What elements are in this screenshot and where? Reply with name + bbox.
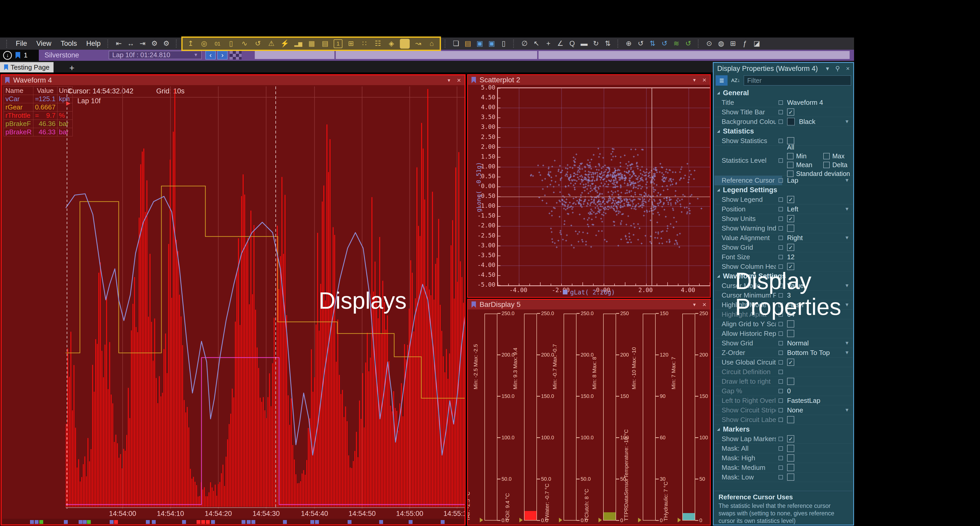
cursor-fit-icon[interactable]: ↔ (126, 39, 135, 49)
warning-display-icon[interactable]: ⚠ (266, 39, 276, 49)
legend-row-vCar[interactable]: vCar=125.1kph (4, 95, 73, 103)
dropdown-value[interactable]: None (787, 406, 803, 414)
lap-marker[interactable] (441, 520, 445, 524)
lap-marker[interactable] (409, 520, 412, 524)
lap-marker[interactable] (114, 520, 118, 524)
bar-display-panel-header[interactable]: BarDisplay 5 ▾ × (468, 300, 710, 309)
save-all-icon[interactable]: ▣ (487, 39, 496, 49)
property-state-box[interactable] (778, 332, 783, 336)
bar-track[interactable] (563, 314, 576, 521)
property-state-box[interactable] (778, 139, 783, 143)
thermometer-icon[interactable]: ↥ (186, 39, 196, 49)
sort-alpha-button[interactable]: AZ↓ (730, 75, 741, 86)
property-state-box[interactable] (778, 178, 783, 183)
lap-marker[interactable] (83, 520, 87, 524)
lap-marker[interactable] (206, 520, 210, 524)
lap-marker[interactable] (79, 520, 83, 524)
lap-marker[interactable] (310, 520, 314, 524)
replay-icon[interactable]: ▶ (400, 39, 410, 49)
legend-row-pBrakeF[interactable]: pBrakeF46.36bar (4, 120, 73, 128)
property-state-box[interactable] (778, 446, 783, 451)
panel-menu-icon[interactable]: ▾ (693, 301, 696, 308)
legend-row-pBrakeR[interactable]: pBrakeR46.33bar (4, 128, 73, 136)
legend-row-rGear[interactable]: rGear0.6667 (4, 103, 73, 112)
database-icon[interactable]: ◍ (716, 39, 726, 49)
property-row-background-colour[interactable]: Background ColourBlack▼ (714, 117, 853, 126)
download-icon[interactable]: ↓ (3, 51, 12, 60)
alarm-clock-icon[interactable]: ⊙ (704, 39, 714, 49)
panel-menu-icon[interactable]: ▾ (693, 77, 696, 83)
chevron-down-icon[interactable]: ▼ (845, 407, 850, 413)
pin-icon[interactable]: ⚲ (835, 65, 840, 72)
new-tab-button[interactable]: + (69, 63, 75, 73)
property-row-circuit-definition[interactable]: Circuit Definition (714, 367, 853, 377)
checkered-flag-icon[interactable] (230, 51, 242, 59)
lap-marker[interactable] (211, 520, 215, 524)
bar-track[interactable] (682, 314, 695, 521)
property-state-box[interactable] (778, 475, 783, 480)
compare-icon[interactable]: ▬ (579, 39, 589, 49)
lap-marker[interactable] (146, 520, 150, 524)
history-icon[interactable]: ↺ (253, 39, 263, 49)
checkbox[interactable] (787, 137, 794, 144)
scatterplot-panel-header[interactable]: Scatterplot 2 ▾ × (468, 75, 710, 85)
property-state-box[interactable] (778, 389, 783, 393)
next-lap-button[interactable]: › (217, 51, 228, 59)
property-state-box[interactable] (778, 465, 783, 470)
property-row-left-to-right-overlay[interactable]: Left to Right OverlayFastestLap (714, 396, 853, 405)
function-icon[interactable]: ƒ (740, 39, 750, 49)
property-row-mask-all[interactable]: Mask: All (714, 444, 853, 453)
checkbox[interactable] (787, 378, 794, 385)
lap-marker[interactable] (64, 520, 68, 524)
lap-marker-strip[interactable] (3, 519, 465, 526)
lap-marker[interactable] (152, 520, 156, 524)
checkbox[interactable]: ✓ (787, 215, 794, 222)
close-icon[interactable]: × (457, 77, 461, 84)
checkbox[interactable]: ✓ (787, 359, 794, 366)
lap-marker[interactable] (242, 520, 245, 524)
section-header-markers[interactable]: Markers (714, 425, 853, 434)
close-icon[interactable]: × (703, 76, 706, 84)
binary-display-icon[interactable]: 01 (213, 39, 223, 49)
lap-marker[interactable] (348, 520, 352, 524)
properties-header[interactable]: Display Properties (Waveform 4) ▾ ⚲ × (714, 63, 853, 74)
property-row-draw-left-to-right[interactable]: Draw left to right (714, 377, 853, 386)
property-row-show-circuit-stripe[interactable]: Show Circuit StripeNone▼ (714, 405, 853, 415)
chevron-down-icon[interactable]: ▼ (845, 177, 850, 183)
lap-selector[interactable]: Lap 10f : 01:24.810 ▼ (109, 51, 202, 59)
scatter-display-icon[interactable]: ∷ (360, 39, 369, 49)
checkbox[interactable]: ✓ (787, 108, 794, 116)
checkbox[interactable]: ✓ (787, 244, 794, 251)
menu-item-file[interactable]: File (11, 40, 32, 48)
checkbox[interactable]: ✓ (787, 196, 794, 203)
checkbox[interactable] (823, 153, 830, 159)
new-page-icon[interactable]: ❏ (451, 39, 461, 49)
lap-marker[interactable] (197, 520, 200, 524)
property-row-position[interactable]: PositionLeft▼ (714, 204, 853, 214)
undo-zoom-icon[interactable]: ↺ (636, 39, 646, 49)
crosshair-icon[interactable]: + (543, 39, 553, 49)
property-row-font-size[interactable]: Font Size12 (714, 252, 853, 262)
menu-item-tools[interactable]: Tools (56, 40, 82, 48)
open-file-icon[interactable]: ▤ (463, 39, 473, 49)
property-row-show-grid[interactable]: Show Grid✓ (714, 243, 853, 252)
checkbox[interactable] (787, 464, 794, 471)
property-row-statistics-level[interactable]: Statistics LevelAll▼MinMaxMeanDeltaStand… (714, 146, 853, 176)
lap-marker[interactable] (30, 520, 34, 524)
chevron-down-icon[interactable]: ▼ (845, 235, 850, 241)
cursor-to-start-icon[interactable]: ⇤ (114, 39, 124, 49)
property-state-box[interactable] (778, 408, 783, 413)
menu-item-view[interactable]: View (32, 40, 56, 48)
lap-marker[interactable] (35, 520, 38, 524)
property-state-box[interactable] (778, 456, 783, 460)
property-state-box[interactable] (778, 255, 783, 259)
property-row-title[interactable]: TitleWaveform 4 (714, 98, 853, 107)
previous-lap-button[interactable]: ‹ (205, 51, 216, 59)
lap-marker[interactable] (251, 520, 255, 524)
checkbox[interactable] (823, 162, 830, 168)
value-text[interactable]: FastestLap (787, 397, 821, 405)
heatmap-icon[interactable]: ▦ (307, 39, 317, 49)
property-row-show-grid[interactable]: Show GridNormal▼ (714, 338, 853, 348)
gps-compass-icon[interactable]: ◈ (387, 39, 396, 49)
location-pin-icon[interactable]: ◎ (199, 39, 209, 49)
